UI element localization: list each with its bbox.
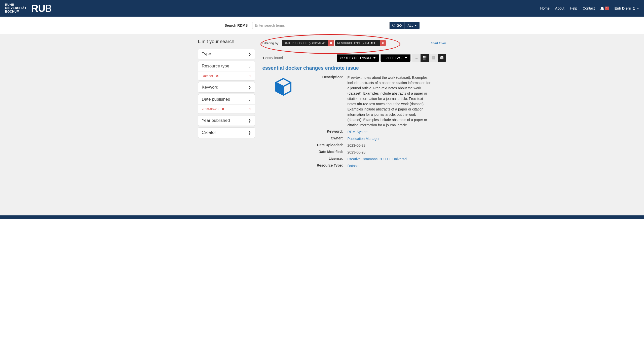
facet-item-date: 2023-06-28 ✖ 1 [202, 107, 251, 111]
meta-label: Date Uploaded: [310, 143, 343, 148]
facet-header-date-published[interactable]: Date published ⌄ [198, 94, 255, 104]
chevron-right-icon: ❯ [309, 42, 311, 45]
license-link[interactable]: Creative Commons CC0 1.0 Universal [348, 157, 407, 161]
meta-label: Date Modified: [310, 150, 343, 155]
result-title-link[interactable]: essential docker changes endnote issue [262, 65, 446, 71]
filter-chip-resource-type: RESOURCE TYPE ❯ DATASET ✖ [335, 40, 386, 46]
search-bar: Search RDMS GO ALL [0, 17, 644, 34]
facet-header-keyword[interactable]: Keyword ❯ [198, 82, 255, 92]
meta-label: Description: [310, 75, 343, 128]
dataset-cube-icon [274, 77, 293, 97]
university-name: RUHR UNIVERSITÄT BOCHUM [5, 3, 27, 13]
footer-stub [0, 215, 644, 219]
facet-year-published: Year published ❯ [198, 115, 255, 126]
notification-count-badge: 1 [605, 7, 609, 10]
resource-type-link[interactable]: Dataset [348, 164, 360, 168]
results-content: Filtering by: DATE PUBLISHED ❯ 2023-06-2… [262, 37, 446, 170]
per-page-dropdown[interactable]: 10 PER PAGE [381, 54, 410, 62]
svg-rect-1 [441, 57, 442, 58]
facet-header-year-published[interactable]: Year published ❯ [198, 116, 255, 126]
sidebar-title: Limit your search [198, 37, 255, 46]
facet-creator: Creator ❯ [198, 127, 255, 138]
facet-resource-type: Resource type ⌄ Dataset ✖ 1 [198, 61, 255, 81]
view-masonry-button[interactable] [429, 54, 438, 62]
user-menu[interactable]: Erik Diers [615, 6, 639, 10]
facet-date-published: Date published ⌄ 2023-06-28 ✖ 1 [198, 94, 255, 114]
keyword-link[interactable]: RDM-System [348, 130, 368, 134]
notifications-button[interactable]: 1 [600, 7, 609, 10]
close-icon: ✖ [330, 42, 332, 45]
chevron-right-icon: ❯ [248, 131, 251, 135]
filter-chip-date: DATE PUBLISHED ❯ 2023-06-28 ✖ [282, 40, 334, 46]
top-navbar: RUHR UNIVERSITÄT BOCHUM RUB Home About H… [0, 0, 644, 17]
chevron-right-icon: ❯ [248, 119, 251, 123]
meta-label: Owner: [310, 136, 343, 141]
search-label: Search RDMS [224, 23, 248, 27]
filter-remove-button[interactable]: ✖ [380, 40, 386, 46]
grid-icon [423, 56, 427, 60]
user-icon [632, 7, 635, 10]
view-gallery-button[interactable] [421, 54, 429, 62]
slideshow-icon [440, 56, 444, 60]
result-thumbnail[interactable] [262, 75, 304, 170]
chevron-right-icon: ❯ [248, 85, 251, 89]
result-item: Description:Free-text notes about the wo… [262, 75, 446, 170]
meta-value: 2023-06-28 [348, 143, 366, 148]
facet-item-dataset: Dataset ✖ 1 [202, 74, 251, 78]
owner-link[interactable]: Publication Manager [348, 137, 380, 141]
facet-header-resource-type[interactable]: Resource type ⌄ [198, 61, 255, 71]
close-icon: ✖ [382, 42, 384, 45]
facet-value-link[interactable]: 2023-06-28 [202, 107, 219, 111]
sort-dropdown[interactable]: SORT BY RELEVANCE [337, 54, 379, 62]
logo-rub: RUB [31, 3, 52, 14]
caret-down-icon [405, 57, 407, 59]
active-filters-row: Filtering by: DATE PUBLISHED ❯ 2023-06-2… [262, 40, 446, 46]
view-toggle-group [412, 54, 446, 62]
start-over-link[interactable]: Start Over [431, 41, 446, 45]
chevron-down-icon: ⌄ [248, 97, 251, 101]
brand[interactable]: RUHR UNIVERSITÄT BOCHUM RUB [5, 3, 52, 14]
search-scope-dropdown[interactable]: ALL [404, 22, 419, 29]
user-name: Erik Diers [615, 6, 631, 10]
chevron-right-icon: ❯ [362, 42, 364, 45]
close-icon: ✖ [216, 74, 219, 78]
list-icon [414, 56, 418, 60]
caret-down-icon [373, 57, 375, 59]
close-icon: ✖ [221, 107, 224, 111]
facet-sidebar: Limit your search Type ❯ Resource type ⌄… [198, 37, 255, 170]
svg-rect-0 [440, 57, 443, 59]
facet-value-link[interactable]: Dataset [202, 74, 213, 78]
chevron-down-icon: ⌄ [248, 64, 251, 68]
filter-label: Filtering by: [262, 41, 279, 45]
entry-count: 1 entry found [262, 56, 283, 60]
facet-remove-button[interactable]: ✖ [221, 107, 224, 111]
meta-label: License: [310, 157, 343, 162]
masonry-icon [432, 56, 435, 60]
nav-about[interactable]: About [555, 6, 564, 10]
nav-help[interactable]: Help [570, 6, 577, 10]
caret-down-icon [637, 8, 639, 9]
facet-keyword: Keyword ❯ [198, 82, 255, 93]
search-go-button[interactable]: GO [390, 22, 404, 29]
facet-header-type[interactable]: Type ❯ [198, 49, 255, 59]
facet-remove-button[interactable]: ✖ [216, 74, 219, 78]
meta-value: Free-text notes about the work (dataset)… [348, 75, 431, 128]
nav-home[interactable]: Home [540, 6, 550, 10]
facet-count: 1 [249, 107, 251, 111]
facet-type: Type ❯ [198, 49, 255, 59]
facet-count: 1 [249, 74, 251, 78]
results-toolbar: 1 entry found SORT BY RELEVANCE 10 PER P… [262, 51, 446, 62]
meta-label: Resource Type: [310, 163, 343, 169]
nav-contact[interactable]: Contact [583, 6, 595, 10]
view-slideshow-button[interactable] [438, 54, 446, 62]
search-input[interactable] [252, 22, 390, 29]
chevron-right-icon: ❯ [248, 52, 251, 56]
caret-down-icon [415, 25, 417, 26]
view-list-button[interactable] [412, 54, 421, 62]
bell-icon [600, 7, 604, 10]
filter-remove-button[interactable]: ✖ [328, 40, 334, 46]
meta-label: Keyword: [310, 129, 343, 135]
facet-header-creator[interactable]: Creator ❯ [198, 128, 255, 138]
search-icon [392, 24, 396, 27]
meta-value: 2023-06-28 [348, 150, 366, 155]
